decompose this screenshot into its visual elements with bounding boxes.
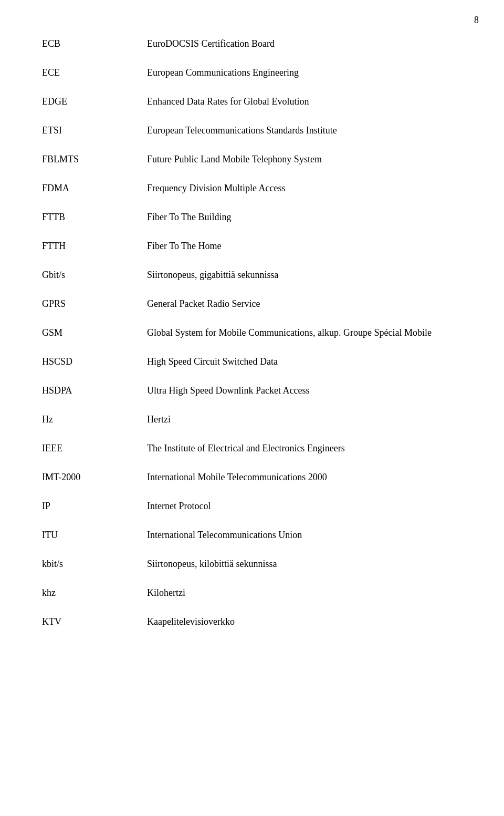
term-abbreviation: HSDPA xyxy=(42,384,147,398)
term-definition: EuroDOCSIS Certification Board xyxy=(147,37,462,51)
term-abbreviation: Gbit/s xyxy=(42,268,147,282)
term-abbreviation: FDMA xyxy=(42,181,147,195)
term-definition: International Telecommunications Union xyxy=(147,528,462,542)
term-abbreviation: HSCSD xyxy=(42,355,147,369)
term-definition: Siirtonopeus, gigabittiä sekunnissa xyxy=(147,268,462,282)
term-definition: Siirtonopeus, kilobittiä sekunnissa xyxy=(147,557,462,571)
list-item: HSCSDHigh Speed Circuit Switched Data xyxy=(42,355,462,369)
term-definition: General Packet Radio Service xyxy=(147,297,462,311)
list-item: FBLMTSFuture Public Land Mobile Telephon… xyxy=(42,152,462,167)
term-abbreviation: FTTB xyxy=(42,210,147,224)
term-definition: The Institute of Electrical and Electron… xyxy=(147,441,462,456)
term-abbreviation: IP xyxy=(42,499,147,513)
list-item: FDMAFrequency Division Multiple Access xyxy=(42,181,462,195)
term-abbreviation: FBLMTS xyxy=(42,152,147,167)
list-item: HSDPAUltra High Speed Downlink Packet Ac… xyxy=(42,384,462,398)
term-abbreviation: GSM xyxy=(42,326,147,340)
term-definition: Global System for Mobile Communications,… xyxy=(147,326,462,340)
term-abbreviation: ECB xyxy=(42,37,147,51)
term-abbreviation: ITU xyxy=(42,528,147,542)
list-item: EDGEEnhanced Data Rates for Global Evolu… xyxy=(42,95,462,109)
term-abbreviation: GPRS xyxy=(42,297,147,311)
list-item: Gbit/sSiirtonopeus, gigabittiä sekunniss… xyxy=(42,268,462,282)
list-item: IEEEThe Institute of Electrical and Elec… xyxy=(42,441,462,456)
term-definition: Fiber To The Building xyxy=(147,210,462,224)
term-definition: Kilohertzi xyxy=(147,586,462,600)
term-abbreviation: IMT-2000 xyxy=(42,470,147,484)
term-abbreviation: IEEE xyxy=(42,441,147,456)
list-item: ITUInternational Telecommunications Unio… xyxy=(42,528,462,542)
term-definition: Ultra High Speed Downlink Packet Access xyxy=(147,384,462,398)
list-item: KTVKaapelitelevisioverkko xyxy=(42,615,462,629)
term-definition: High Speed Circuit Switched Data xyxy=(147,355,462,369)
list-item: GSMGlobal System for Mobile Communicatio… xyxy=(42,326,462,340)
term-definition: European Telecommunications Standards In… xyxy=(147,123,462,138)
term-definition: Future Public Land Mobile Telephony Syst… xyxy=(147,152,462,167)
term-abbreviation: FTTH xyxy=(42,239,147,253)
term-abbreviation: ETSI xyxy=(42,123,147,138)
term-abbreviation: KTV xyxy=(42,615,147,629)
term-definition: Frequency Division Multiple Access xyxy=(147,181,462,195)
list-item: FTTBFiber To The Building xyxy=(42,210,462,224)
list-item: ECBEuroDOCSIS Certification Board xyxy=(42,37,462,51)
list-item: IPInternet Protocol xyxy=(42,499,462,513)
term-definition: Fiber To The Home xyxy=(147,239,462,253)
list-item: IMT-2000International Mobile Telecommuni… xyxy=(42,470,462,484)
term-abbreviation: kbit/s xyxy=(42,557,147,571)
term-abbreviation: ECE xyxy=(42,66,147,80)
content-area: ECBEuroDOCSIS Certification BoardECEEuro… xyxy=(0,0,504,675)
term-definition: Internet Protocol xyxy=(147,499,462,513)
term-abbreviation: Hz xyxy=(42,412,147,427)
list-item: FTTHFiber To The Home xyxy=(42,239,462,253)
list-item: GPRSGeneral Packet Radio Service xyxy=(42,297,462,311)
list-item: HzHertzi xyxy=(42,412,462,427)
list-item: kbit/sSiirtonopeus, kilobittiä sekunniss… xyxy=(42,557,462,571)
list-item: ECEEuropean Communications Engineering xyxy=(42,66,462,80)
term-abbreviation: khz xyxy=(42,586,147,600)
term-definition: International Mobile Telecommunications … xyxy=(147,470,462,484)
term-definition: European Communications Engineering xyxy=(147,66,462,80)
term-definition: Hertzi xyxy=(147,412,462,427)
term-definition: Kaapelitelevisioverkko xyxy=(147,615,462,629)
page-number: 8 xyxy=(474,15,479,26)
term-abbreviation: EDGE xyxy=(42,95,147,109)
list-item: ETSIEuropean Telecommunications Standard… xyxy=(42,123,462,138)
term-definition: Enhanced Data Rates for Global Evolution xyxy=(147,95,462,109)
list-item: khzKilohertzi xyxy=(42,586,462,600)
